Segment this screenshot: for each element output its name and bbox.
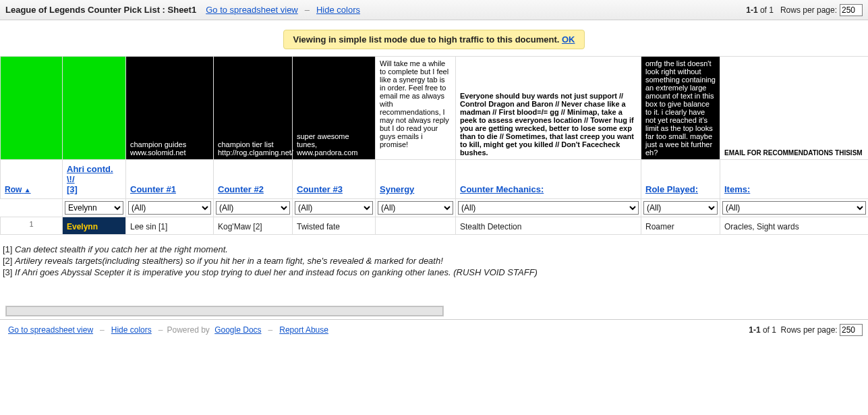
info-cell-green — [1, 57, 63, 160]
col-synergy[interactable]: Synergy — [376, 160, 456, 199]
filter-counter2[interactable]: (All) — [216, 201, 290, 215]
col-row[interactable]: Row ▲ — [1, 160, 63, 199]
info-role-note: omfg the list doesn't look right without… — [641, 57, 720, 160]
hide-colors-link[interactable]: Hide colors — [316, 5, 360, 15]
info-mechanics-note: Everyone should buy wards not just suppo… — [456, 57, 641, 160]
cell-champion: Evelynn — [63, 217, 126, 235]
cell-rownum: 1 — [1, 217, 63, 235]
info-cell-green — [63, 57, 126, 160]
col-mechanics[interactable]: Counter Mechanics: — [456, 160, 641, 199]
info-items-note: EMAIL FOR RECOMMENDATIONS THISISM — [720, 57, 869, 160]
header-row: Row ▲ Ahri contd. \!/[3] Counter #1 Coun… — [1, 160, 869, 199]
notice-ok-link[interactable]: OK — [562, 34, 575, 45]
col-counter3[interactable]: Counter #3 — [293, 160, 376, 199]
filter-synergy[interactable]: (All) — [378, 201, 453, 215]
info-champ-guides: champion guides www.solomid.net — [126, 57, 214, 160]
filter-mechanics[interactable]: (All) — [458, 201, 639, 215]
cell-mechanics: Stealth Detection — [456, 217, 641, 235]
filter-counter3[interactable]: (All) — [295, 201, 373, 215]
data-table: champion guides www.solomid.net champion… — [0, 56, 868, 235]
footer-rpp-label: Rows per page: — [781, 325, 838, 335]
paging-info: 1-1 of 1 — [746, 5, 774, 15]
go-spreadsheet-link[interactable]: Go to spreadsheet view — [206, 5, 298, 15]
google-docs-link[interactable]: Google Docs — [214, 325, 261, 335]
filter-role[interactable]: (All) — [643, 201, 718, 215]
cell-items: Oracles, Sight wards — [720, 217, 869, 235]
cell-counter3: Twisted fate — [293, 217, 376, 235]
rows-per-page-input[interactable] — [840, 4, 863, 16]
filter-items[interactable]: (All) — [722, 201, 866, 215]
footer-go-spreadsheet-link[interactable]: Go to spreadsheet view — [8, 325, 93, 335]
footer-hide-colors-link[interactable]: Hide colors — [111, 325, 152, 335]
page-title: League of Legends Counter Pick List : Sh… — [5, 5, 196, 15]
sort-asc-icon: ▲ — [24, 186, 31, 194]
info-synergy-note: Will take me a while to complete but I f… — [376, 57, 456, 160]
cell-counter2: Kog'Maw [2] — [214, 217, 293, 235]
separator: – — [305, 5, 310, 15]
footer: Go to spreadsheet view – Hide colors – P… — [0, 319, 868, 339]
report-abuse-link[interactable]: Report Abuse — [279, 325, 328, 335]
filter-counter1[interactable]: (All) — [128, 201, 211, 215]
notice-bar: Viewing in simple list mode due to high … — [0, 20, 868, 56]
cell-role: Roamer — [641, 217, 720, 235]
cell-counter1: Lee sin [1] — [126, 217, 214, 235]
cell-synergy — [376, 217, 456, 235]
col-items[interactable]: Items: — [720, 160, 869, 199]
col-counter2[interactable]: Counter #2 — [214, 160, 293, 199]
footer-paging: 1-1 of 1 — [749, 325, 776, 335]
footer-rows-per-page-input[interactable] — [840, 324, 863, 336]
col-counter1[interactable]: Counter #1 — [126, 160, 214, 199]
table-row: 1 Evelynn Lee sin [1] Kog'Maw [2] Twiste… — [1, 217, 869, 235]
rpp-label: Rows per page: — [780, 5, 837, 15]
info-tunes: super awesome tunes, www.pandora.com — [293, 57, 376, 160]
scrollbar-thumb[interactable] — [6, 306, 443, 316]
filter-champion[interactable]: Evelynn — [65, 201, 123, 215]
horizontal-scrollbar[interactable] — [5, 306, 444, 316]
col-role[interactable]: Role Played: — [641, 160, 720, 199]
powered-by: Powered by Google Docs — [167, 325, 264, 335]
info-row: champion guides www.solomid.net champion… — [1, 57, 869, 160]
info-tier-list: champion tier list http://rog.clgaming.n… — [214, 57, 293, 160]
footnotes: [1] Can detect stealth if you catch her … — [0, 235, 868, 306]
notice: Viewing in simple list mode due to high … — [283, 30, 585, 49]
filter-row: Evelynn (All) (All) (All) (All) (All) (A… — [1, 199, 869, 217]
topbar: League of Legends Counter Pick List : Sh… — [0, 0, 868, 20]
col-champion[interactable]: Ahri contd. \!/[3] — [63, 160, 126, 199]
